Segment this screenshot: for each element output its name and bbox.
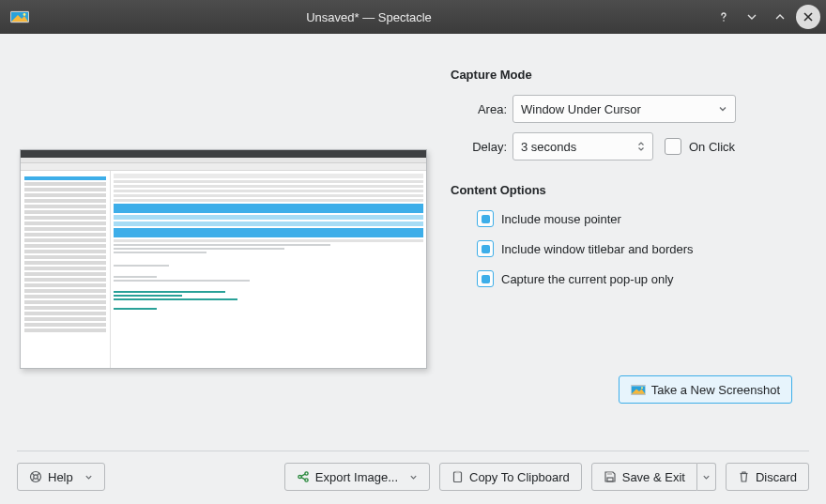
save-exit-split-button: Save & Exit — [591, 463, 716, 491]
help-label: Help — [48, 470, 73, 484]
svg-point-19 — [305, 479, 308, 481]
svg-point-18 — [305, 472, 308, 475]
onclick-label: On Click — [689, 140, 735, 154]
window-title: Unsaved* — Spectacle — [30, 10, 708, 24]
content-options-heading: Content Options — [451, 183, 809, 197]
onclick-checkbox[interactable] — [665, 138, 681, 155]
chevron-down-icon — [409, 473, 418, 481]
svg-point-17 — [298, 475, 301, 478]
copy-clipboard-button[interactable]: Copy To Clipboard — [439, 463, 582, 491]
options-pane: Capture Mode Area: Window Under Cursor D… — [451, 51, 809, 451]
help-titlebar-button[interactable] — [711, 5, 736, 29]
svg-point-3 — [23, 13, 26, 16]
area-combobox[interactable]: Window Under Cursor — [512, 95, 736, 123]
include-titlebar-checkbox[interactable] — [477, 240, 494, 257]
help-button[interactable]: Help — [17, 463, 105, 491]
share-icon — [297, 470, 310, 483]
export-image-button[interactable]: Export Image... — [284, 463, 430, 491]
svg-point-4 — [723, 20, 725, 22]
close-button[interactable] — [796, 5, 820, 29]
maximize-button[interactable] — [768, 5, 792, 29]
preview-pane — [17, 51, 430, 451]
area-value: Window Under Cursor — [521, 102, 641, 116]
svg-line-21 — [301, 478, 305, 480]
capture-mode-heading: Capture Mode — [451, 68, 809, 82]
svg-line-16 — [38, 479, 39, 481]
chevron-down-icon — [84, 473, 93, 481]
area-row: Area: Window Under Cursor — [451, 95, 809, 123]
svg-rect-24 — [607, 472, 612, 475]
capture-popup-label: Capture the current pop-up only — [501, 272, 674, 286]
spectacle-app-icon — [9, 7, 30, 27]
bottom-button-bar: Help Export Image... — [17, 451, 809, 491]
minimize-button[interactable] — [740, 5, 764, 29]
svg-line-13 — [32, 473, 34, 475]
take-screenshot-label: Take a New Screenshot — [651, 383, 780, 397]
include-pointer-label: Include mouse pointer — [501, 212, 621, 226]
trash-icon — [738, 470, 750, 483]
svg-line-14 — [38, 473, 39, 475]
copy-clipboard-label: Copy To Clipboard — [469, 470, 570, 484]
clipboard-icon — [451, 470, 464, 483]
discard-button[interactable]: Discard — [726, 463, 809, 491]
svg-rect-23 — [456, 471, 460, 473]
spin-stepper-icon — [637, 142, 645, 151]
svg-point-12 — [34, 475, 38, 479]
chevron-down-icon — [718, 104, 727, 114]
delay-value: 3 seconds — [521, 140, 576, 154]
save-exit-dropdown[interactable] — [697, 463, 716, 491]
svg-rect-25 — [607, 478, 613, 481]
svg-line-20 — [301, 474, 305, 476]
window-titlebar: Unsaved* — Spectacle — [0, 0, 826, 34]
save-icon — [604, 470, 617, 483]
discard-label: Discard — [756, 470, 797, 484]
capture-popup-checkbox[interactable] — [477, 270, 494, 287]
save-exit-label: Save & Exit — [622, 470, 685, 484]
delay-label: Delay: — [451, 140, 507, 154]
lifebuoy-icon — [29, 470, 42, 483]
take-screenshot-button[interactable]: Take a New Screenshot — [619, 375, 792, 404]
window-body: Capture Mode Area: Window Under Cursor D… — [0, 34, 826, 504]
export-image-label: Export Image... — [315, 470, 398, 484]
svg-line-15 — [32, 479, 34, 481]
area-label: Area: — [451, 102, 507, 116]
include-titlebar-label: Include window titlebar and borders — [501, 242, 694, 256]
svg-point-10 — [641, 387, 643, 389]
delay-row: Delay: 3 seconds On Click — [451, 132, 809, 160]
screenshot-preview[interactable] — [20, 149, 427, 369]
spectacle-icon — [631, 384, 646, 396]
include-pointer-checkbox[interactable] — [477, 210, 494, 227]
delay-spinbox[interactable]: 3 seconds — [512, 132, 653, 160]
svg-rect-22 — [454, 472, 462, 482]
save-exit-button[interactable]: Save & Exit — [591, 463, 697, 491]
